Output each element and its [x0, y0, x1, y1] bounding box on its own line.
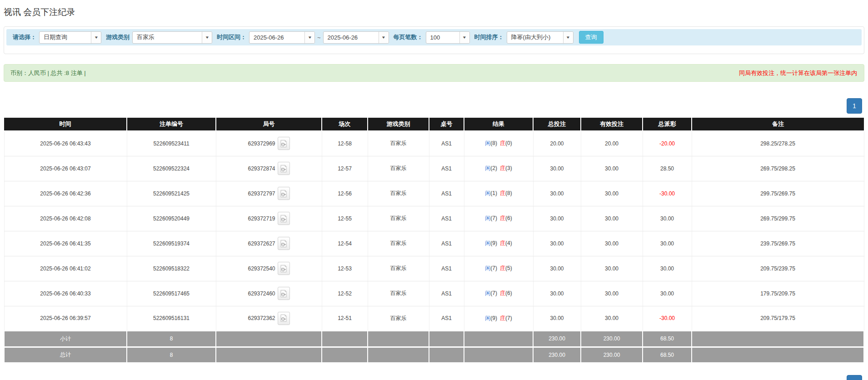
cell-game-type: 百家乐 [368, 256, 429, 281]
summary-total-bet: 230.00 [533, 347, 581, 363]
video-replay-button[interactable] [278, 287, 290, 300]
cell-result: 闲(7)庄(5) [464, 256, 533, 281]
cell-round-id: 629372797 [216, 181, 322, 206]
cell-payout: 30.00 [643, 256, 692, 281]
round-id-text: 629372362 [248, 315, 275, 321]
summary-total-bet: 230.00 [533, 331, 581, 347]
video-icon [279, 265, 288, 273]
cell-note: 269.75/299.75 [692, 206, 864, 231]
round-id-text: 629372460 [248, 290, 275, 297]
video-replay-button[interactable] [278, 262, 290, 275]
cell-total-bet[interactable]: 30.00 [533, 206, 581, 231]
cell-session: 12-53 [322, 256, 368, 281]
video-replay-button[interactable] [278, 137, 290, 150]
chevron-down-icon[interactable]: ▼ [379, 32, 389, 43]
filter-panel: 请选择： 日期查询 ▼ 游戏类别 百家乐 ▼ 时间区间： 2025-06-26 … [4, 26, 864, 54]
cell-bet-id: 522609521425 [127, 181, 216, 206]
cell-note: 298.25/278.25 [692, 131, 864, 156]
cell-valid-bet: 20.00 [581, 131, 643, 156]
column-header: 注单编号 [127, 118, 216, 131]
date-from-value: 2025-06-26 [249, 32, 304, 43]
result-banker-label: 庄 [500, 290, 505, 296]
column-header: 场次 [322, 118, 368, 131]
cell-total-bet[interactable]: 30.00 [533, 256, 581, 281]
cell-time: 2025-06-26 06:42:08 [4, 206, 127, 231]
cell-round-id: 629372540 [216, 256, 322, 281]
cell-note: 299.75/269.75 [692, 181, 864, 206]
query-type-select[interactable]: 日期查询 ▼ [39, 31, 101, 44]
pagination-top: 1 [4, 98, 864, 114]
summary-bar: 币别：人民币 | 总共 :8 注单 | 同局有效投注，统一计算在该局第一张注单内 [4, 64, 864, 82]
cell-valid-bet: 30.00 [581, 256, 643, 281]
video-icon [279, 314, 288, 322]
game-type-select[interactable]: 百家乐 ▼ [132, 31, 212, 44]
cell-valid-bet: 30.00 [581, 206, 643, 231]
date-from-select[interactable]: 2025-06-26 ▼ [249, 31, 315, 44]
cell-total-bet[interactable]: 30.00 [533, 306, 581, 331]
result-banker-score: (6) [505, 215, 512, 221]
page-1-button[interactable]: 1 [847, 375, 862, 380]
result-banker-label: 庄 [500, 240, 505, 246]
result-banker-label: 庄 [500, 265, 505, 271]
page-1-button[interactable]: 1 [847, 98, 862, 114]
cell-session: 12-58 [322, 131, 368, 156]
search-button[interactable]: 查询 [579, 31, 604, 44]
bet-records-table: 时间注单编号局号场次游戏类别桌号结果总投注有效投注总派彩备注 2025-06-2… [4, 118, 864, 364]
cell-table-id: AS1 [429, 281, 464, 306]
summary-count: 8 [127, 331, 216, 347]
cell-total-bet[interactable]: 20.00 [533, 131, 581, 156]
column-header: 游戏类别 [368, 118, 429, 131]
cell-time: 2025-06-26 06:43:07 [4, 156, 127, 181]
sort-select[interactable]: 降幂(由大到小) ▼ [507, 31, 574, 44]
page-size-select[interactable]: 100 ▼ [426, 31, 470, 44]
result-banker-score: (5) [505, 265, 512, 271]
cell-payout: 30.00 [643, 281, 692, 306]
cell-valid-bet: 30.00 [581, 281, 643, 306]
summary-row: 小计 8 230.00 230.00 68.50 [4, 331, 864, 347]
chevron-down-icon[interactable]: ▼ [563, 32, 573, 43]
chevron-down-icon[interactable]: ▼ [202, 32, 212, 43]
cell-note: 209.75/239.75 [692, 256, 864, 281]
video-replay-button[interactable] [278, 187, 290, 200]
result-banker-score: (4) [505, 240, 512, 246]
cell-bet-id: 522609516131 [127, 306, 216, 331]
result-banker-score: (0) [505, 140, 512, 146]
result-banker-label: 庄 [500, 315, 505, 321]
video-replay-button[interactable] [278, 237, 290, 250]
video-replay-button[interactable] [278, 312, 290, 325]
result-player-score: (7) [490, 215, 497, 221]
chevron-down-icon[interactable]: ▼ [91, 32, 101, 43]
result-banker-label: 庄 [500, 215, 505, 221]
cell-total-bet[interactable]: 30.00 [533, 281, 581, 306]
cell-total-bet[interactable]: 30.00 [533, 181, 581, 206]
cell-round-id: 629372362 [216, 306, 322, 331]
table-row: 2025-06-26 06:42:36 522609521425 6293727… [4, 181, 864, 206]
cell-result: 闲(9)庄(7) [464, 306, 533, 331]
chevron-down-icon[interactable]: ▼ [459, 32, 469, 43]
column-header: 备注 [692, 118, 864, 131]
cell-total-bet[interactable]: 30.00 [533, 156, 581, 181]
cell-game-type: 百家乐 [368, 306, 429, 331]
video-icon [279, 140, 288, 148]
cell-result: 闲(9)庄(4) [464, 231, 533, 256]
cell-total-bet[interactable]: 30.00 [533, 231, 581, 256]
video-replay-button[interactable] [278, 162, 290, 175]
summary-payout: 68.50 [643, 347, 692, 363]
cell-table-id: AS1 [429, 206, 464, 231]
cell-valid-bet: 30.00 [581, 306, 643, 331]
result-banker-score: (6) [505, 290, 512, 296]
column-header: 有效投注 [581, 118, 643, 131]
cell-bet-id: 522609519374 [127, 231, 216, 256]
chevron-down-icon[interactable]: ▼ [304, 32, 314, 43]
result-player-score: (2) [490, 165, 497, 171]
table-row: 2025-06-26 06:43:43 522609523411 6293729… [4, 131, 864, 156]
summary-valid-bet: 230.00 [581, 347, 643, 363]
cell-time: 2025-06-26 06:41:35 [4, 231, 127, 256]
cell-session: 12-56 [322, 181, 368, 206]
cell-bet-id: 522609517465 [127, 281, 216, 306]
cell-game-type: 百家乐 [368, 131, 429, 156]
column-header: 时间 [4, 118, 127, 131]
video-replay-button[interactable] [278, 212, 290, 225]
date-to-select[interactable]: 2025-06-26 ▼ [323, 31, 389, 44]
query-type-value: 日期查询 [40, 32, 91, 43]
